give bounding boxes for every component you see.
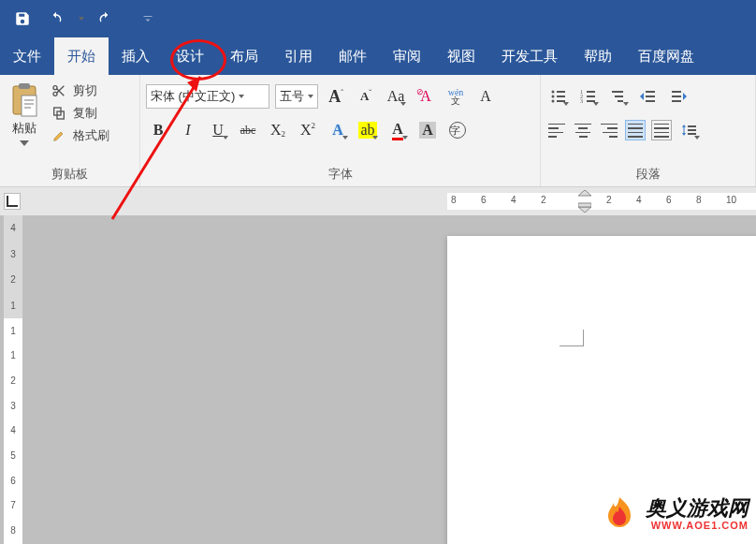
flame-logo-icon [599, 493, 640, 535]
svg-rect-15 [557, 100, 565, 102]
tab-file[interactable]: 文件 [0, 37, 54, 75]
group-paragraph-label: 段落 [546, 164, 749, 184]
line-spacing-button[interactable] [677, 118, 702, 142]
vertical-ruler[interactable]: 4 3 2 1 1 1 2 3 4 5 6 7 8 [4, 215, 22, 544]
svg-rect-13 [557, 91, 565, 93]
ribbon-tabs: 文件 开始 插入 设计 布局 引用 邮件 审阅 视图 开发工具 帮助 百度网盘 [0, 37, 756, 75]
italic-button[interactable]: I [176, 118, 200, 142]
align-justify-button[interactable] [625, 120, 646, 140]
strikethrough-button[interactable]: abc [236, 118, 260, 142]
paintbrush-icon [51, 127, 67, 144]
svg-rect-35 [688, 133, 696, 135]
numbering-button[interactable]: 123 [576, 84, 601, 109]
increase-indent-button[interactable] [666, 84, 691, 109]
watermark: 奥义游戏网 WWW.AOE1.COM [599, 493, 749, 535]
group-clipboard: 粘贴 剪切 复制 格式刷 剪贴板 [0, 75, 140, 186]
scissors-icon [51, 82, 67, 99]
svg-rect-23 [615, 96, 623, 97]
superscript-button[interactable]: X2 [296, 118, 320, 142]
undo-icon[interactable] [43, 6, 69, 32]
svg-rect-36 [578, 203, 591, 207]
tab-selector[interactable] [4, 193, 21, 210]
font-name-value: 宋体 (中文正文) [151, 88, 235, 105]
svg-rect-1 [19, 83, 30, 89]
bold-button[interactable]: B [146, 118, 170, 142]
tab-developer[interactable]: 开发工具 [488, 37, 571, 75]
svg-point-10 [552, 91, 555, 94]
font-size-combo[interactable]: 五号 [275, 84, 318, 109]
bullets-button[interactable] [546, 84, 571, 109]
svg-rect-33 [688, 125, 696, 127]
svg-rect-4 [24, 103, 34, 105]
svg-rect-19 [587, 91, 595, 93]
svg-rect-29 [672, 96, 681, 97]
svg-rect-22 [612, 91, 623, 93]
svg-rect-34 [688, 129, 696, 131]
svg-point-12 [552, 100, 555, 103]
tell-me-icon[interactable] [707, 37, 734, 75]
font-color-button[interactable]: A [385, 118, 410, 142]
horizontal-ruler[interactable]: 8 6 4 2 2 4 6 8 10 [447, 193, 756, 210]
phonetic-guide-button[interactable]: wén文 [443, 84, 468, 109]
chevron-down-icon [239, 95, 244, 98]
ruler-area: 8 6 4 2 2 4 6 8 10 [0, 187, 756, 215]
copy-label: 复制 [73, 105, 97, 122]
cut-button[interactable]: 剪切 [51, 82, 109, 99]
tab-insert[interactable]: 插入 [109, 37, 163, 75]
svg-point-11 [552, 96, 555, 98]
paste-button[interactable]: 粘贴 [6, 82, 43, 146]
chevron-down-icon [308, 95, 313, 98]
format-painter-label: 格式刷 [73, 127, 109, 144]
align-center-button[interactable] [573, 120, 593, 140]
redo-icon[interactable] [92, 6, 118, 32]
watermark-title: 奥义游戏网 [646, 498, 749, 519]
font-size-value: 五号 [280, 88, 304, 105]
paste-dropdown-icon[interactable] [20, 140, 29, 146]
save-icon[interactable] [9, 6, 36, 32]
group-paragraph: 123 [541, 75, 756, 186]
tab-references[interactable]: 引用 [271, 37, 326, 75]
indent-marker-icon[interactable] [578, 190, 591, 213]
enclose-characters-button[interactable]: 字 [445, 118, 470, 142]
group-font-label: 字体 [146, 164, 534, 184]
grow-font-button[interactable]: Aˆ [324, 84, 348, 109]
subscript-button[interactable]: X2 [266, 118, 290, 142]
tab-view[interactable]: 视图 [434, 37, 488, 75]
svg-rect-27 [646, 100, 655, 102]
character-shading-button[interactable]: A [415, 118, 440, 142]
group-clipboard-label: 剪贴板 [6, 164, 134, 184]
svg-rect-30 [672, 100, 681, 102]
tab-baidu[interactable]: 百度网盘 [625, 37, 707, 75]
align-right-button[interactable] [599, 120, 619, 140]
shrink-font-button[interactable]: Aˇ [354, 84, 378, 109]
undo-dropdown-icon[interactable] [79, 17, 84, 21]
underline-button[interactable]: U [206, 118, 230, 142]
tab-help[interactable]: 帮助 [571, 37, 625, 75]
text-effects-button[interactable]: A [326, 118, 350, 142]
multilevel-list-button[interactable] [606, 84, 631, 109]
tab-mailings[interactable]: 邮件 [326, 37, 380, 75]
ribbon: 粘贴 剪切 复制 格式刷 剪贴板 [0, 75, 756, 187]
font-name-combo[interactable]: 宋体 (中文正文) [146, 84, 269, 109]
clipboard-icon [8, 82, 40, 118]
quick-access-toolbar [0, 0, 756, 37]
tab-home[interactable]: 开始 [54, 37, 109, 75]
svg-rect-25 [646, 91, 655, 93]
cut-label: 剪切 [73, 82, 97, 99]
decrease-indent-button[interactable] [636, 84, 661, 109]
copy-button[interactable]: 复制 [51, 105, 109, 122]
svg-text:3: 3 [580, 98, 583, 104]
tab-layout[interactable]: 布局 [217, 37, 271, 75]
tab-review[interactable]: 审阅 [380, 37, 434, 75]
align-left-button[interactable] [546, 120, 567, 140]
format-painter-button[interactable]: 格式刷 [51, 127, 109, 144]
qat-customize-icon[interactable] [135, 6, 161, 32]
tab-design[interactable]: 设计 [163, 37, 217, 75]
clear-formatting-button[interactable]: A⊘ [414, 84, 438, 109]
character-border-button[interactable]: A [473, 84, 498, 109]
distributed-button[interactable] [651, 120, 672, 140]
change-case-button[interactable]: Aa [384, 84, 408, 109]
svg-rect-5 [24, 107, 31, 109]
svg-rect-14 [557, 96, 565, 97]
highlight-button[interactable]: ab [356, 118, 380, 142]
